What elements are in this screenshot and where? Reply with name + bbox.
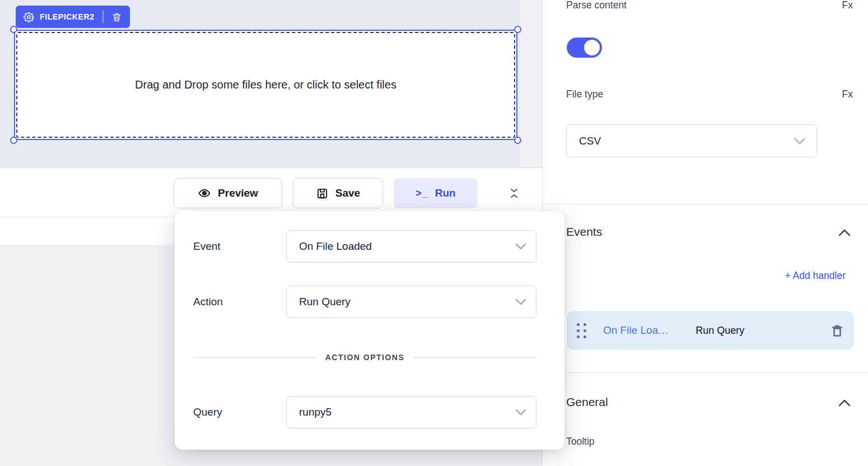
general-section-title: General	[566, 395, 608, 409]
preview-button-label: Preview	[218, 187, 258, 199]
action-field-label: Action	[193, 296, 286, 308]
app-canvas[interactable]: FILEPICKER2 Drag and Drop some files her…	[0, 0, 542, 168]
delete-widget-trash-icon[interactable]	[111, 12, 122, 22]
event-select[interactable]: On File Loaded	[286, 230, 536, 263]
query-toolbar: Preview Save >_ Run	[0, 169, 542, 217]
event-select-value: On File Loaded	[299, 240, 372, 253]
event-field-label: Event	[193, 240, 286, 253]
file-type-select[interactable]: CSV	[566, 124, 817, 157]
chevron-down-icon	[515, 408, 527, 416]
chevron-down-icon	[515, 243, 527, 250]
toggle-knob	[584, 40, 600, 55]
save-icon	[316, 187, 329, 200]
action-options-divider: ACTION OPTIONS	[193, 349, 536, 366]
chevron-down-icon	[793, 137, 806, 145]
events-collapse-chevron-up-icon[interactable]	[838, 229, 851, 237]
tooltip-property-label: Tooltip	[566, 436, 595, 448]
section-divider	[543, 372, 868, 373]
save-button-label: Save	[335, 187, 360, 199]
run-button-label: Run	[435, 187, 456, 199]
chevron-down-icon	[515, 298, 527, 306]
section-divider	[543, 204, 868, 204]
action-select-value: Run Query	[299, 296, 351, 308]
resize-handle-top-right[interactable]	[514, 26, 521, 33]
query-select[interactable]: runpy5	[286, 396, 536, 428]
parse-content-toggle[interactable]	[567, 38, 602, 58]
event-handler-popover: Event On File Loaded Action Run Query AC…	[175, 211, 564, 450]
parse-content-fx-button[interactable]: Fx	[842, 0, 853, 11]
handler-event-name: On File Loa…	[603, 324, 669, 337]
widget-name-label: FILEPICKER2	[40, 12, 95, 21]
resize-handle-bottom-left[interactable]	[10, 137, 17, 144]
filepicker-dropzone[interactable]: Drag and Drop some files here, or click …	[16, 32, 515, 138]
preview-button[interactable]: Preview	[174, 178, 282, 208]
gear-icon[interactable]	[24, 12, 34, 22]
label-divider	[102, 11, 104, 23]
handler-action-name: Run Query	[696, 325, 744, 337]
canvas-right-gutter	[520, 0, 542, 167]
file-type-label: File type	[566, 88, 603, 100]
action-options-title: ACTION OPTIONS	[325, 353, 405, 362]
widget-inspector-panel: Parse content Fx File type Fx CSV Events…	[542, 0, 868, 466]
query-select-value: runpy5	[299, 406, 332, 418]
terminal-prompt-icon: >_	[416, 188, 428, 199]
action-select[interactable]: Run Query	[286, 286, 536, 318]
drag-handle-icon[interactable]	[577, 323, 586, 338]
query-field-label: Query	[193, 406, 286, 418]
delete-handler-trash-icon[interactable]	[830, 323, 844, 338]
parse-content-label: Parse content	[566, 0, 627, 11]
selected-widget-tag[interactable]: FILEPICKER2	[16, 6, 130, 28]
collapse-panel-icon[interactable]	[503, 184, 525, 202]
add-handler-link[interactable]: + Add handler	[785, 270, 846, 282]
filepicker-widget[interactable]: Drag and Drop some files here, or click …	[14, 30, 517, 140]
resize-handle-bottom-right[interactable]	[514, 137, 521, 144]
general-collapse-chevron-up-icon[interactable]	[838, 399, 851, 407]
event-handler-row[interactable]: On File Loa… Run Query	[567, 311, 853, 350]
file-type-select-value: CSV	[579, 135, 601, 147]
file-type-fx-button[interactable]: Fx	[842, 88, 853, 100]
run-button[interactable]: >_ Run	[394, 178, 478, 208]
save-button[interactable]: Save	[293, 178, 383, 208]
eye-icon	[198, 187, 211, 200]
dropzone-text: Drag and Drop some files here, or click …	[135, 78, 396, 91]
events-section-title: Events	[566, 225, 602, 239]
